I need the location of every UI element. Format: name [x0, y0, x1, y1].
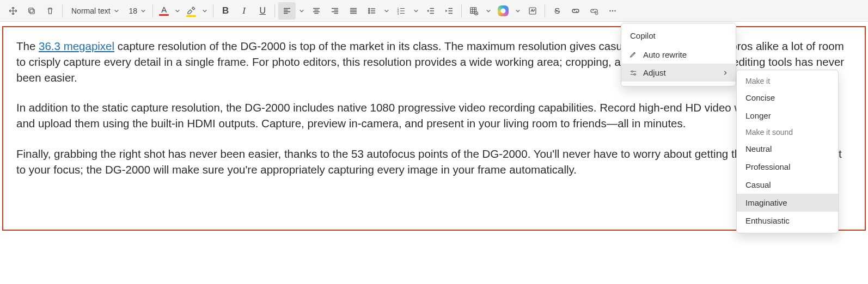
align-chevron[interactable] [297, 2, 307, 20]
imaginative-option[interactable]: Imaginative [737, 194, 838, 212]
copilot-icon [498, 5, 509, 16]
move-icon[interactable] [4, 2, 22, 20]
chevron-right-icon [723, 68, 728, 77]
svg-rect-1 [29, 8, 33, 12]
enthusiastic-option[interactable]: Enthusiastic [737, 212, 838, 230]
delete-icon[interactable] [41, 2, 59, 20]
concise-option[interactable]: Concise [737, 89, 838, 107]
separator [62, 4, 63, 17]
chevron-down-icon [140, 8, 146, 14]
submenu-heading-make-it-sound: Make it sound [737, 125, 838, 140]
paragraph-style-dropdown[interactable]: Normal text [66, 2, 123, 20]
sliders-icon [629, 69, 638, 77]
separator [152, 4, 153, 17]
longer-option[interactable]: Longer [737, 107, 838, 125]
auto-rewrite-item[interactable]: Auto rewrite [621, 46, 736, 64]
italic-button[interactable]: I [235, 2, 253, 20]
font-color-button[interactable]: A [156, 2, 172, 20]
insert-table-button[interactable] [465, 2, 482, 20]
svg-point-3 [369, 10, 370, 11]
align-left-button[interactable] [278, 2, 296, 20]
svg-point-13 [612, 10, 613, 11]
bullet-list-chevron[interactable] [382, 2, 392, 20]
svg-point-14 [614, 10, 615, 11]
insert-table-chevron[interactable] [484, 2, 493, 20]
megapixel-link[interactable]: 36.3 megapixel [39, 40, 114, 52]
submenu-heading-make-it: Make it [737, 73, 838, 89]
neutral-option[interactable]: Neutral [737, 140, 838, 158]
svg-point-2 [369, 8, 370, 9]
strikethrough-button[interactable]: S [548, 2, 566, 20]
highlight-color-chevron[interactable] [200, 2, 210, 20]
paragraph-3: Finally, grabbing the right shot has nev… [16, 146, 852, 177]
paragraph-2: In addition to the static capture resolu… [16, 100, 852, 131]
copilot-chevron[interactable] [513, 2, 523, 20]
chevron-down-icon [114, 8, 119, 14]
svg-point-4 [369, 12, 370, 13]
align-justify-button[interactable] [345, 2, 362, 20]
svg-point-12 [609, 10, 610, 11]
bold-button[interactable]: B [217, 2, 234, 20]
formatting-toolbar: Normal text 18 A B I U 123 [0, 0, 868, 22]
more-options-button[interactable] [604, 2, 621, 20]
separator [545, 4, 545, 17]
clear-formatting-button[interactable] [585, 2, 603, 20]
increase-indent-button[interactable] [441, 2, 458, 20]
font-color-chevron[interactable] [173, 2, 182, 20]
adjust-item[interactable]: Adjust [621, 64, 736, 82]
underline-button[interactable]: U [254, 2, 271, 20]
copilot-dropdown-menu: Copilot Auto rewrite Adjust [621, 23, 736, 87]
svg-point-16 [634, 73, 635, 75]
professional-option[interactable]: Professional [737, 158, 838, 176]
rewrite-button[interactable] [524, 2, 541, 20]
font-size-dropdown[interactable]: 18 [124, 2, 150, 20]
copilot-button[interactable] [494, 2, 512, 20]
svg-text:3: 3 [398, 11, 399, 15]
separator [274, 4, 275, 17]
pencil-icon [629, 51, 638, 59]
align-right-button[interactable] [326, 2, 344, 20]
svg-rect-0 [30, 9, 34, 14]
paragraph-style-label: Normal text [71, 7, 111, 15]
copy-icon[interactable] [23, 2, 40, 20]
svg-point-15 [632, 71, 633, 72]
numbered-list-chevron[interactable] [411, 2, 421, 20]
numbered-list-button[interactable]: 123 [393, 2, 410, 20]
copilot-menu-title: Copilot [621, 28, 736, 46]
adjust-submenu: Make it Concise Longer Make it sound Neu… [736, 70, 839, 233]
align-center-button[interactable] [308, 2, 325, 20]
highlight-color-button[interactable] [184, 2, 199, 20]
separator [213, 4, 213, 17]
bullet-list-button[interactable] [363, 2, 381, 20]
casual-option[interactable]: Casual [737, 176, 838, 194]
link-button[interactable] [567, 2, 584, 20]
font-size-label: 18 [129, 7, 138, 15]
separator [461, 4, 462, 17]
decrease-indent-button[interactable] [422, 2, 439, 20]
